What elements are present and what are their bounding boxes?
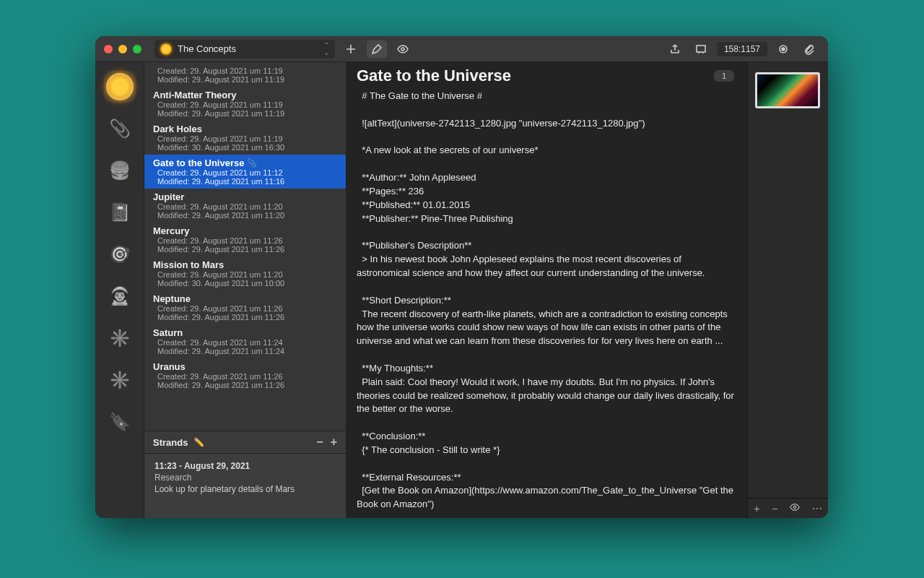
- project-selector[interactable]: The Concepts ⌃⌄: [154, 40, 335, 59]
- note-title: Mercury: [153, 225, 337, 236]
- note-item[interactable]: Dark HolesCreated: 29. August 2021 um 11…: [144, 121, 346, 155]
- note-title: Gate to the Universe📎: [153, 158, 337, 168]
- note-item[interactable]: NeptuneCreated: 29. August 2021 um 11:26…: [144, 290, 346, 324]
- preview-attachment-button[interactable]: [790, 502, 800, 514]
- note-item[interactable]: Created: 29. August 2021 um 11:19Modifie…: [144, 64, 346, 87]
- svg-point-3: [782, 48, 785, 51]
- main-area: 📎🍔📓🎯👨‍🚀✳️✳️🔖 Created: 29. August 2021 um…: [95, 62, 828, 518]
- category-sun-button[interactable]: [104, 71, 136, 103]
- project-name: The Concepts: [178, 43, 236, 54]
- add-attachment-button[interactable]: +: [754, 503, 759, 514]
- note-created: Created: 29. August 2021 um 11:24: [153, 338, 337, 347]
- category-burger-button[interactable]: 🍔: [104, 155, 136, 186]
- project-icon: [160, 43, 172, 55]
- svg-point-4: [793, 506, 796, 509]
- chevron-updown-icon: ⌃⌄: [323, 42, 329, 56]
- note-created: Created: 29. August 2021 um 11:19: [153, 66, 337, 75]
- attachment-thumbnail[interactable]: [755, 72, 820, 108]
- remove-attachment-button[interactable]: −: [772, 503, 777, 514]
- note-title: Uranus: [153, 361, 337, 372]
- app-window: The Concepts ⌃⌄ 158:1157 📎🍔📓🎯👨‍🚀✳️✳: [95, 36, 828, 518]
- attachments-button[interactable]: [799, 40, 819, 58]
- note-title: Saturn: [153, 327, 337, 338]
- titlebar: The Concepts ⌃⌄ 158:1157: [95, 36, 828, 62]
- note-modified: Modified: 29. August 2021 um 11:26: [153, 245, 337, 254]
- strand-detail-tray[interactable]: 11:23 - August 29, 2021 Research Look up…: [144, 453, 346, 518]
- note-created: Created: 29. August 2021 um 11:20: [153, 202, 337, 211]
- note-modified: Modified: 29. August 2021 um 11:26: [153, 313, 337, 322]
- note-item[interactable]: MercuryCreated: 29. August 2021 um 11:26…: [144, 223, 346, 256]
- note-modified: Modified: 29. August 2021 um 11:26: [153, 381, 337, 389]
- svg-rect-1: [697, 46, 705, 52]
- note-modified: Modified: 29. August 2021 um 11:20: [153, 211, 337, 220]
- note-title: Dark Holes: [153, 124, 337, 134]
- maximize-button[interactable]: [133, 45, 141, 53]
- record-button[interactable]: [773, 40, 793, 58]
- annotate-button[interactable]: [691, 40, 711, 58]
- attachment-icon: 📎: [247, 158, 257, 168]
- editor-pane: Gate to the Universe 1 # The Gate to the…: [346, 62, 747, 518]
- notes-column: Created: 29. August 2021 um 11:19Modifie…: [144, 62, 346, 518]
- note-item[interactable]: Gate to the Universe📎Created: 29. August…: [144, 155, 346, 189]
- note-title: Jupiter: [153, 191, 337, 202]
- editor-body[interactable]: # The Gate to the Universe # ![altText](…: [346, 88, 747, 518]
- attachments-panel: + − ⋯: [747, 62, 828, 518]
- notes-list[interactable]: Created: 29. August 2021 um 11:19Modifie…: [144, 62, 346, 431]
- note-item[interactable]: Anti-Matter TheoryCreated: 29. August 20…: [144, 87, 346, 121]
- wordcount-display[interactable]: 158:1157: [717, 42, 767, 56]
- category-character-button[interactable]: 👨‍🚀: [104, 280, 136, 312]
- strand-label: Research: [154, 473, 336, 483]
- note-modified: Modified: 29. August 2021 um 11:24: [153, 347, 337, 355]
- note-title: Anti-Matter Theory: [153, 90, 337, 100]
- strand-text: Look up for planetary details of Mars: [154, 484, 336, 494]
- strand-time: 11:23 - August 29, 2021: [154, 461, 336, 471]
- note-modified: Modified: 29. August 2021 um 11:19: [153, 75, 337, 84]
- note-created: Created: 29. August 2021 um 11:26: [153, 236, 337, 245]
- preview-button[interactable]: [393, 40, 413, 58]
- note-item[interactable]: JupiterCreated: 29. August 2021 um 11:20…: [144, 189, 346, 223]
- category-badge1-button[interactable]: ✳️: [104, 322, 136, 354]
- add-button[interactable]: [341, 40, 361, 58]
- category-attachments-button[interactable]: 📎: [104, 113, 136, 144]
- sun-icon: [106, 73, 134, 100]
- category-bookmark-button[interactable]: 🔖: [104, 406, 136, 438]
- thumbnail-list[interactable]: [748, 62, 828, 498]
- category-target-button[interactable]: 🎯: [104, 238, 136, 270]
- note-created: Created: 29. August 2021 um 11:19: [153, 134, 337, 143]
- note-created: Created: 29. August 2021 um 11:26: [153, 372, 337, 381]
- edit-button[interactable]: [367, 40, 387, 58]
- edit-icon[interactable]: ✏️: [193, 437, 204, 447]
- category-iconbar: 📎🍔📓🎯👨‍🚀✳️✳️🔖: [95, 62, 144, 518]
- minimize-button[interactable]: [118, 45, 127, 53]
- note-item[interactable]: UranusCreated: 29. August 2021 um 11:26M…: [144, 358, 346, 392]
- remove-strand-button[interactable]: −: [316, 436, 323, 449]
- category-badge2-button[interactable]: ✳️: [104, 364, 136, 396]
- note-created: Created: 29. August 2021 um 11:20: [153, 270, 337, 279]
- note-item[interactable]: SaturnCreated: 29. August 2021 um 11:24M…: [144, 324, 346, 358]
- note-created: Created: 29. August 2021 um 11:19: [153, 100, 337, 109]
- editor-column: Gate to the Universe 1 # The Gate to the…: [346, 62, 828, 518]
- more-attachment-button[interactable]: ⋯: [812, 503, 822, 514]
- svg-point-0: [401, 48, 404, 51]
- note-modified: Modified: 30. August 2021 um 16:30: [153, 143, 337, 152]
- note-modified: Modified: 29. August 2021 um 11:19: [153, 109, 337, 118]
- add-strand-button[interactable]: +: [331, 436, 337, 449]
- note-modified: Modified: 29. August 2021 um 11:16: [153, 177, 337, 186]
- note-created: Created: 29. August 2021 um 11:12: [153, 168, 337, 177]
- note-title: Mission to Mars: [153, 259, 337, 270]
- attachments-toolbar: + − ⋯: [748, 498, 828, 518]
- attachment-count-badge[interactable]: 1: [714, 70, 734, 82]
- window-controls: [104, 45, 141, 53]
- note-title: Neptune: [153, 293, 337, 304]
- document-title: Gate to the Universe: [357, 66, 511, 85]
- document-header: Gate to the Universe 1: [346, 62, 747, 88]
- note-created: Created: 29. August 2021 um 11:26: [153, 304, 337, 313]
- note-modified: Modified: 30. August 2021 um 10:00: [153, 279, 337, 288]
- close-button[interactable]: [104, 45, 113, 53]
- category-notepad-button[interactable]: 📓: [104, 197, 136, 228]
- strands-label: Strands: [153, 437, 188, 448]
- share-button[interactable]: [665, 40, 685, 58]
- note-item[interactable]: Mission to MarsCreated: 29. August 2021 …: [144, 256, 346, 290]
- strands-header[interactable]: Strands ✏️ − +: [144, 431, 346, 453]
